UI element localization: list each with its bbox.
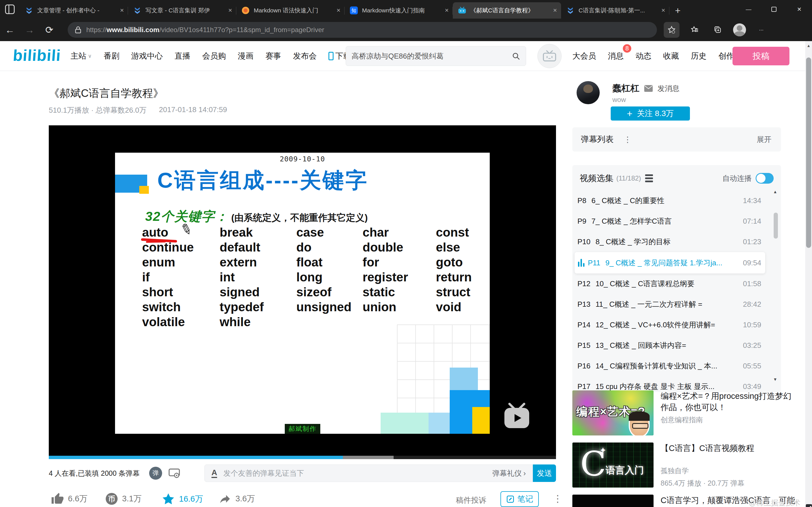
- list-view-icon[interactable]: [645, 174, 653, 182]
- nav-item-bangumi[interactable]: 番剧: [103, 51, 119, 61]
- nav-item-home[interactable]: 主站: [70, 51, 92, 61]
- episode-row[interactable]: P1412_ C概述 _ VC++6.0软件使用讲解=10:59: [572, 315, 781, 335]
- danmaku-settings-icon[interactable]: [168, 468, 180, 478]
- coin-button[interactable]: 币 3.1万: [105, 492, 142, 505]
- minimize-button[interactable]: [736, 0, 761, 18]
- episode-row[interactable]: P1513_ C概述 _ 回顾本讲内容=03:25: [572, 335, 781, 356]
- follow-button[interactable]: 关注 8.3万: [611, 107, 690, 121]
- back-button[interactable]: [0, 24, 20, 36]
- page-scrollbar[interactable]: [805, 41, 812, 507]
- like-button[interactable]: 6.6万: [51, 492, 87, 505]
- submit-video-button[interactable]: 投稿: [732, 47, 790, 65]
- episode-row[interactable]: P97_ C概述 _ 怎样学C语言07:14: [572, 211, 781, 231]
- danmaku-input-box[interactable]: 弹幕礼仪: [204, 464, 533, 482]
- episode-row[interactable]: P1715 cpu 内存条 硬盘 显卡 主板 显示...03:49: [572, 376, 781, 392]
- player-progress-bar[interactable]: [49, 456, 556, 459]
- search-input[interactable]: [352, 52, 512, 61]
- uploader-name[interactable]: 蠢杠杠: [612, 82, 640, 95]
- browser-profile-avatar[interactable]: [733, 23, 746, 36]
- tab-csdn-course[interactable]: C语言集训-陈朝旭-第一...: [561, 2, 669, 18]
- nav-item-favorites[interactable]: 收藏: [663, 51, 679, 61]
- close-window-button[interactable]: [786, 0, 812, 18]
- nav-item-feed[interactable]: 动态: [636, 51, 651, 61]
- scrollbar-thumb[interactable]: [806, 57, 811, 248]
- search-icon[interactable]: [512, 52, 520, 60]
- report-link[interactable]: 稿件投诉: [456, 495, 486, 505]
- episode-row[interactable]: P1614_ C编程预备计算机专业知识 _ 本...05:55: [572, 356, 781, 376]
- forward-button[interactable]: [20, 24, 40, 36]
- favorites-list-icon[interactable]: [687, 22, 703, 38]
- tab-close-icon[interactable]: [120, 7, 124, 13]
- tab-close-icon[interactable]: [661, 7, 665, 13]
- nav-item-manga[interactable]: 漫画: [238, 51, 253, 61]
- text-format-icon[interactable]: [211, 468, 217, 478]
- bilibili-logo[interactable]: bilibili: [12, 46, 61, 64]
- tab-write-article[interactable]: 写文章 - C语言集训 郑伊: [128, 2, 236, 18]
- scroll-up-icon[interactable]: [805, 43, 812, 48]
- expand-button[interactable]: 展开: [757, 135, 771, 145]
- danmaku-list-panel[interactable]: 弹幕列表 展开: [572, 127, 781, 152]
- nav-item-press[interactable]: 发布会: [293, 51, 317, 61]
- tab-close-icon[interactable]: [445, 7, 449, 13]
- recommend-thumbnail[interactable]: C语言入门: [572, 443, 654, 488]
- send-message-link[interactable]: 发消息: [658, 83, 679, 94]
- playlist-scroll-up-icon[interactable]: [773, 189, 777, 194]
- add-favorite-icon[interactable]: [664, 22, 679, 38]
- nav-item-messages[interactable]: 消息8: [608, 51, 624, 61]
- recommend-author[interactable]: 创意编程指南: [661, 415, 703, 425]
- danmaku-list-menu-icon[interactable]: [624, 135, 631, 144]
- playlist-scroll-down-icon[interactable]: [773, 377, 777, 382]
- recommend-title[interactable]: 编程×艺术=？用processing打造梦幻作品，你也可以！: [661, 390, 796, 413]
- more-actions-icon[interactable]: [553, 493, 562, 504]
- maximize-button[interactable]: [761, 0, 786, 18]
- recommend-thumbnail[interactable]: 编程×艺术=?: [572, 390, 654, 436]
- episode-row[interactable]: P1210_ C概述 _ C语言课程总纲要01:58: [572, 274, 781, 294]
- collections-icon[interactable]: [710, 22, 726, 38]
- url-field[interactable]: https://www.bilibili.com/video/BV1os411h…: [68, 22, 657, 38]
- tab-article-manage[interactable]: 文章管理 - 创作者中心 -: [20, 2, 128, 18]
- episode-row[interactable]: P1311_ C概述 _ 一元二次方程详解 =28:42: [572, 294, 781, 315]
- slide-keyword: char: [363, 225, 436, 240]
- video-player[interactable]: 2009-10-10 C语言组成----关键字 32个关键字： (由系统定义，不…: [49, 125, 556, 459]
- tab-close-icon[interactable]: [336, 7, 341, 13]
- recommend-author[interactable]: 孤独自学: [661, 466, 689, 475]
- uploader-avatar[interactable]: [576, 81, 600, 104]
- tab-markdown-guide[interactable]: 知 Markdown快速入门指南: [345, 2, 453, 18]
- nav-item-vip[interactable]: 大会员: [572, 51, 596, 61]
- autoplay-toggle[interactable]: [756, 173, 774, 184]
- refresh-button[interactable]: [40, 24, 59, 36]
- share-button[interactable]: 3.6万: [218, 492, 255, 505]
- episode-duration: 03:25: [743, 341, 761, 350]
- tab-close-icon[interactable]: [553, 7, 557, 13]
- episode-row[interactable]: P86_ C概述 _ C的重要性14:34: [572, 190, 781, 211]
- danmaku-input[interactable]: [223, 469, 492, 478]
- danmaku-toggle-icon[interactable]: 弹: [149, 467, 162, 480]
- tab-bilibili-active[interactable]: 《郝斌C语言自学教程》: [453, 2, 561, 18]
- episode-row[interactable]: P108_ C概述 _ 学习的目标01:23: [572, 231, 781, 252]
- playlist-panel: 视频选集 (11/182) 自动连播 P86_ C概述 _ C的重要性14:34…: [572, 165, 781, 392]
- playlist-scrollbar-thumb[interactable]: [774, 213, 778, 238]
- recommend-item[interactable]: 编程×艺术=?编程×艺术=？用processing打造梦幻作品，你也可以！创意编…: [572, 390, 798, 436]
- nav-item-history[interactable]: 历史: [691, 51, 707, 61]
- nav-item-game-center[interactable]: 游戏中心: [131, 51, 163, 61]
- recommend-thumbnail[interactable]: 可能是: [572, 495, 654, 507]
- user-avatar[interactable]: [538, 44, 562, 68]
- send-danmaku-button[interactable]: 发送: [533, 464, 556, 482]
- episode-row[interactable]: P119_ C概述 _ 常见问题答疑 1.学习ja...09:54: [574, 252, 765, 274]
- note-button[interactable]: 笔记: [500, 491, 539, 507]
- danmaku-etiquette-link[interactable]: 弹幕礼仪: [492, 468, 526, 478]
- new-tab-button[interactable]: [669, 2, 686, 18]
- tab-close-icon[interactable]: [228, 7, 232, 13]
- slide-keyword: float: [296, 255, 363, 270]
- search-box[interactable]: [346, 46, 526, 66]
- nav-item-esports[interactable]: 赛事: [265, 51, 281, 61]
- favorite-button[interactable]: 16.6万: [161, 492, 203, 506]
- recommend-item[interactable]: C语言入门【C语言】C语言视频教程孤独自学865.4万 播放 · 20.7万 弹…: [572, 443, 798, 488]
- vertical-tabs-button[interactable]: [0, 0, 20, 18]
- nav-item-live[interactable]: 直播: [174, 51, 190, 61]
- browser-menu-icon[interactable]: [753, 22, 769, 38]
- episode-title: 6_ C概述 _ C的重要性: [592, 196, 739, 206]
- recommend-title[interactable]: 【C语言】C语言视频教程: [661, 443, 796, 454]
- nav-item-vip-shop[interactable]: 会员购: [202, 51, 226, 61]
- tab-markdown-syntax[interactable]: Markdown 语法快速入门: [236, 2, 345, 18]
